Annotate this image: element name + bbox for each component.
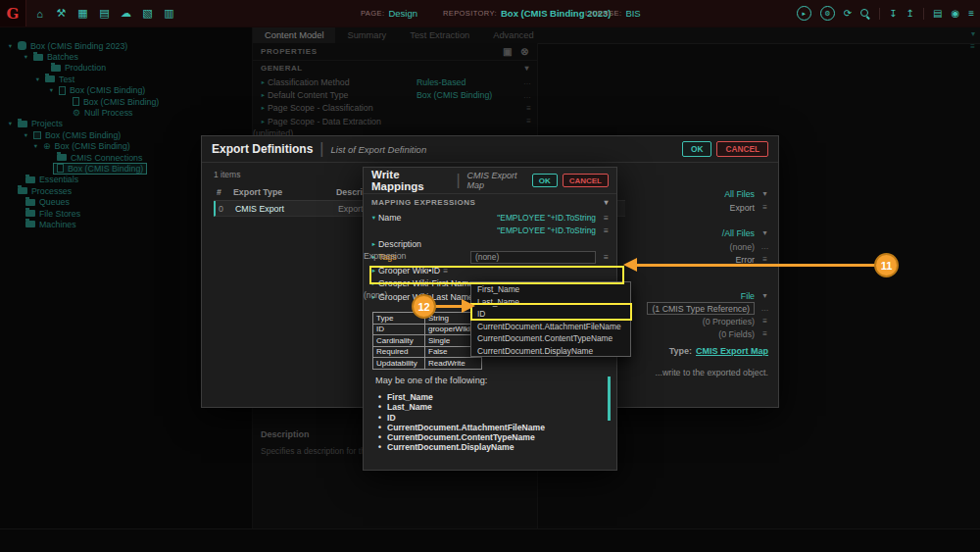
property-info-table: TypeString IDgrooperWiki.id CardinalityS… — [372, 312, 482, 370]
grid-value: Error — [735, 255, 755, 265]
home-icon[interactable] — [33, 8, 46, 20]
hint-list: First_Name Last_Name ID CurrentDocument.… — [387, 392, 545, 453]
menu-icon[interactable] — [601, 213, 612, 223]
expander-icon[interactable] — [369, 279, 378, 287]
grid-row[interactable]: (none) — [730, 240, 770, 253]
license-indicator: LICENSE: BIS — [585, 0, 641, 26]
menu-icon[interactable] — [760, 317, 770, 326]
hint-item: CurrentDocument.ContentTypeName — [387, 432, 545, 442]
ok-button[interactable]: OK — [532, 174, 558, 187]
dropdown-item[interactable]: CurrentDocument.ContentTypeName — [471, 332, 630, 345]
ok-button[interactable]: OK — [682, 141, 711, 157]
account-icon[interactable] — [951, 8, 959, 19]
grid-row[interactable]: (1 CMIS Type Reference) — [647, 302, 770, 315]
row-label: Description — [378, 239, 421, 249]
callout-11-arrowhead — [623, 258, 637, 272]
briefcase-icon[interactable] — [98, 7, 111, 20]
grooper-logo[interactable]: G — [0, 0, 26, 26]
download-icon[interactable] — [889, 8, 897, 19]
hint-item: ID — [387, 413, 545, 423]
page-label: PAGE: — [361, 9, 384, 18]
cancel-button[interactable]: CANCEL — [563, 174, 609, 187]
menu-icon[interactable] — [601, 226, 612, 235]
page-indicator: PAGE: Design — [361, 0, 417, 26]
grid-value: All Files — [724, 189, 755, 199]
stats-icon[interactable] — [141, 7, 154, 20]
grid-value: (0 Fields) — [718, 329, 755, 339]
info-row: RequiredFalse — [373, 346, 482, 358]
hint-item: First_Name — [387, 392, 545, 402]
grid-value: (none) — [730, 242, 755, 252]
batches-icon[interactable] — [76, 7, 89, 20]
mapping-expressions-section[interactable]: MAPPING EXPRESSIONS — [364, 194, 616, 210]
hint-title: May be one of the following: — [375, 376, 487, 385]
menu-icon[interactable] — [968, 8, 974, 19]
mapping-row-description[interactable]: Description — [364, 237, 616, 251]
type-link[interactable]: CMIS Export Map — [696, 346, 768, 356]
grid-row[interactable]: File — [741, 289, 770, 302]
type-note: ...write to the exported object. — [656, 368, 768, 377]
dropdown-item[interactable]: First_Name — [471, 283, 630, 296]
column-export-type[interactable]: Export Type — [233, 187, 336, 197]
info-key: Updatability — [373, 358, 425, 370]
type-line: Type: CMIS Export Map — [669, 346, 768, 356]
grid-value[interactable]: (1 CMIS Type Reference) — [647, 302, 755, 315]
row-label: Name — [378, 213, 401, 223]
menu-icon[interactable] — [760, 203, 770, 212]
menu-icon[interactable] — [440, 266, 451, 276]
dialog-header: Write Mappings | CMIS Export Map OK CANC… — [364, 168, 616, 194]
dropdown-item[interactable]: CurrentDocument.AttachmentFileName — [471, 321, 630, 333]
callout-11: 11 — [874, 253, 899, 277]
ellipsis-icon[interactable] — [760, 242, 770, 251]
chevron-down-icon[interactable] — [760, 291, 770, 300]
menu-icon[interactable] — [760, 329, 770, 338]
hint-item: CurrentDocument.AttachmentFileName — [387, 423, 545, 432]
grid-row[interactable]: Export — [730, 201, 770, 214]
expander-icon[interactable] — [369, 267, 378, 275]
grid-row[interactable]: /All Files — [722, 226, 770, 239]
layers-icon[interactable] — [933, 8, 942, 19]
expander-icon[interactable] — [369, 214, 378, 222]
chevron-down-icon[interactable] — [760, 189, 770, 198]
scrollbar-thumb[interactable] — [608, 376, 611, 421]
license-value: BIS — [625, 8, 640, 19]
chevron-down-icon[interactable] — [760, 228, 770, 237]
cloud-icon[interactable] — [120, 7, 132, 20]
callout-12: 12 — [412, 294, 436, 319]
row-value[interactable]: "EMPLOYEE "+ID.ToString — [497, 213, 596, 223]
tools-icon[interactable] — [55, 7, 68, 20]
info-row: CardinalitySingle — [373, 335, 482, 347]
dropdown-item-id[interactable]: ID — [471, 308, 630, 321]
value-dropdown: First_Name Last_Name ID CurrentDocument.… — [470, 281, 631, 357]
upload-icon[interactable] — [906, 8, 914, 19]
refresh-icon[interactable] — [844, 8, 852, 19]
tags-input[interactable]: (none) — [470, 251, 596, 264]
menu-icon[interactable] — [601, 252, 612, 262]
ellipsis-icon[interactable] — [760, 304, 770, 313]
expander-icon[interactable] — [369, 240, 378, 248]
page-value[interactable]: Design — [388, 8, 417, 19]
gear-icon[interactable] — [820, 6, 835, 21]
row-value[interactable]: "EMPLOYEE "+ID.ToString — [497, 226, 596, 235]
mapping-row-expression[interactable]: Expression "EMPLOYEE "+ID.ToString — [364, 225, 616, 238]
play-icon[interactable] — [797, 6, 811, 21]
grid-row[interactable]: (0 Fields) — [718, 327, 770, 340]
dialog-title: Export Definitions — [212, 142, 313, 156]
column-number[interactable]: # — [214, 187, 233, 197]
menu-icon[interactable] — [760, 255, 770, 264]
dropdown-item[interactable]: CurrentDocument.DisplayName — [471, 345, 630, 358]
search-icon[interactable] — [860, 9, 870, 19]
row-label: Grooper Wiki•First Name — [378, 278, 473, 288]
machines-icon[interactable] — [163, 7, 175, 20]
cell-number: 0 — [216, 204, 235, 214]
license-label: LICENSE: — [585, 9, 621, 18]
chevron-down-icon[interactable] — [604, 198, 609, 207]
dropdown-item[interactable]: Last_Name — [471, 296, 630, 309]
divider — [923, 8, 924, 20]
cancel-button[interactable]: CANCEL — [716, 141, 768, 157]
mapping-row-name[interactable]: Name "EMPLOYEE "+ID.ToString — [364, 211, 616, 225]
grid-row[interactable]: All Files — [724, 187, 770, 200]
mapping-row-grooper-wiki-id[interactable]: Grooper Wiki•ID (none) — [364, 264, 616, 277]
grid-row[interactable]: (0 Properties) — [703, 315, 770, 327]
info-row: IDgrooperWiki.id — [373, 324, 482, 335]
